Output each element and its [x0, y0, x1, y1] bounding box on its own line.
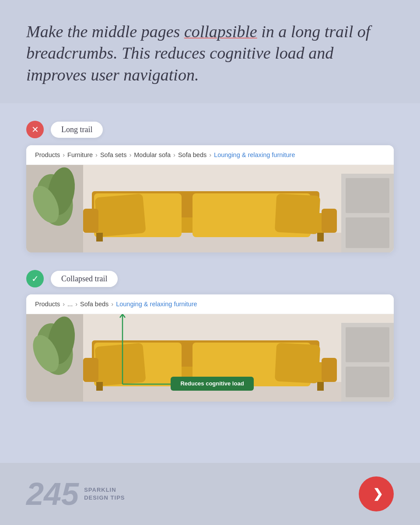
- svg-rect-28: [94, 343, 146, 386]
- header-section: Make the middle pages collapsible in a l…: [0, 0, 420, 103]
- collapsible-highlight: collapsible: [184, 22, 257, 41]
- bc-sofa-sets[interactable]: Sofa sets: [100, 151, 126, 158]
- tip-number: 245: [26, 476, 79, 512]
- cbc-ellipsis[interactable]: ...: [67, 301, 73, 308]
- header-title: Make the middle pages collapsible in a l…: [26, 21, 394, 86]
- long-trail-label-row: ✕ Long trail: [26, 121, 394, 138]
- long-trail-section: ✕ Long trail Products › Furniture › Sofa…: [26, 121, 394, 252]
- cbc-lounging-active[interactable]: Lounging & relaxing furniture: [116, 301, 197, 308]
- svg-rect-37: [346, 367, 389, 397]
- svg-rect-31: [83, 358, 98, 382]
- bc-modular-sofa[interactable]: Modular sofa: [134, 151, 171, 158]
- svg-rect-15: [317, 233, 324, 242]
- bad-badge-icon: ✕: [26, 121, 44, 138]
- collapsed-trail-card: Products › ... › Sofa beds › Lounging & …: [26, 294, 394, 402]
- footer: 245 SPARKLIN DESIGN TIPS ❯: [0, 463, 420, 525]
- annotation-wrapper: Products › ... › Sofa beds › Lounging & …: [26, 294, 394, 402]
- footer-left: 245 SPARKLIN DESIGN TIPS: [26, 476, 125, 512]
- svg-rect-36: [346, 327, 389, 362]
- svg-rect-33: [96, 382, 103, 391]
- footer-brand-text: SPARKLIN DESIGN TIPS: [84, 486, 125, 502]
- svg-rect-18: [346, 217, 389, 248]
- cbc-sofa-beds[interactable]: Sofa beds: [80, 301, 108, 308]
- collapsed-trail-sofa-image: Reduces cognitive load: [26, 314, 394, 402]
- svg-rect-17: [346, 178, 389, 213]
- collapsed-trail-label: Collapsed trail: [51, 271, 118, 287]
- collapsed-trail-section: ✓ Collapsed trail Products › ... › Sofa …: [26, 270, 394, 402]
- bc-products[interactable]: Products: [35, 151, 60, 158]
- svg-rect-32: [322, 358, 337, 382]
- collapsed-trail-breadcrumb[interactable]: Products › ... › Sofa beds › Lounging & …: [26, 294, 394, 314]
- svg-rect-14: [96, 233, 103, 242]
- page: Make the middle pages collapsible in a l…: [0, 0, 420, 525]
- bc-furniture[interactable]: Furniture: [67, 151, 93, 158]
- long-trail-breadcrumb[interactable]: Products › Furniture › Sofa sets › Modul…: [26, 145, 394, 165]
- svg-rect-13: [322, 209, 337, 233]
- main-content: ✕ Long trail Products › Furniture › Sofa…: [0, 103, 420, 419]
- footer-line2: DESIGN TIPS: [84, 494, 125, 502]
- footer-line1: SPARKLIN: [84, 486, 125, 494]
- bad-symbol: ✕: [32, 124, 39, 135]
- svg-rect-12: [83, 209, 98, 233]
- svg-rect-30: [275, 343, 320, 384]
- cbc-products[interactable]: Products: [35, 301, 60, 308]
- good-badge-icon: ✓: [26, 270, 44, 287]
- svg-text:Reduces cognitive load: Reduces cognitive load: [180, 380, 244, 387]
- next-button[interactable]: ❯: [359, 476, 394, 511]
- svg-rect-9: [94, 194, 146, 237]
- long-trail-sofa-image: [26, 165, 394, 252]
- bc-lounging-active[interactable]: Lounging & relaxing furniture: [214, 151, 295, 158]
- long-trail-label: Long trail: [51, 122, 103, 138]
- bc-sofa-beds[interactable]: Sofa beds: [178, 151, 206, 158]
- svg-text:❯: ❯: [373, 487, 383, 501]
- long-trail-card: Products › Furniture › Sofa sets › Modul…: [26, 145, 394, 252]
- collapsed-trail-label-row: ✓ Collapsed trail: [26, 270, 394, 287]
- good-symbol: ✓: [32, 273, 39, 284]
- svg-rect-11: [275, 194, 320, 234]
- svg-rect-34: [317, 382, 324, 391]
